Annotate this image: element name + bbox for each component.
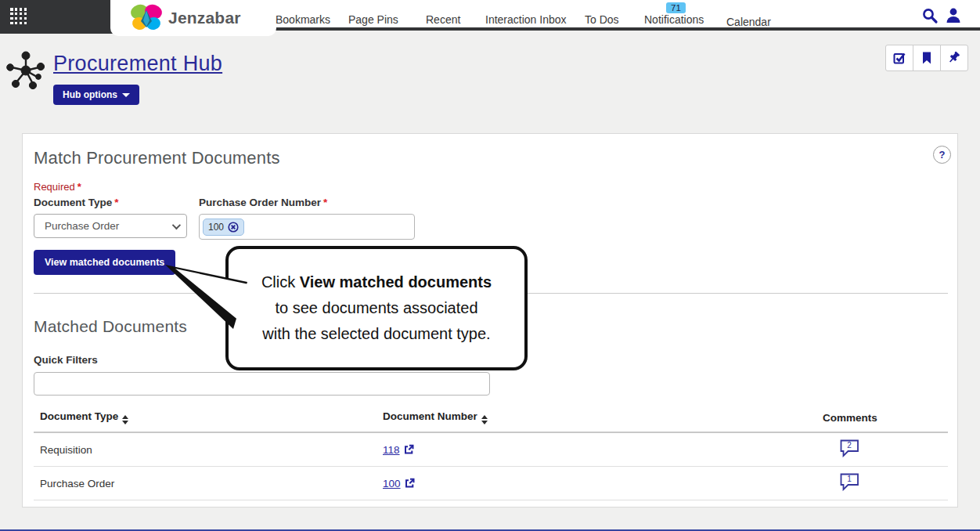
external-link-icon[interactable] — [404, 478, 415, 489]
check-square-icon — [892, 51, 906, 65]
pin-icon — [947, 51, 961, 65]
nav-recent[interactable]: Recent — [426, 13, 460, 26]
comments-button[interactable]: 1 — [840, 473, 860, 491]
document-type-select[interactable]: Purchase Order — [34, 214, 187, 238]
chevron-down-icon — [122, 93, 130, 97]
page-action-buttons — [885, 45, 968, 71]
comment-count: 2 — [840, 441, 859, 450]
required-asterisk: * — [77, 181, 81, 193]
sort-icon[interactable] — [481, 415, 488, 424]
notifications-count-badge: 71 — [666, 2, 686, 13]
table-row: Purchase Order 100 — [34, 467, 948, 500]
table-row: Requisition 118 — [34, 432, 948, 467]
sort-icon[interactable] — [122, 415, 128, 424]
top-navbar: Jenzabar Bookmarks Page Pins Recent Inte… — [0, 0, 980, 37]
instruction-callout: Click View matched documents to see docu… — [225, 246, 528, 370]
po-number-input[interactable]: 100 — [199, 214, 415, 240]
document-number-link[interactable]: 118 — [383, 444, 400, 456]
chevron-down-icon — [172, 220, 181, 229]
view-matched-documents-button[interactable]: View matched documents — [34, 250, 175, 275]
nav-interaction-inbox[interactable]: Interaction Inbox — [485, 13, 567, 26]
logo-text: Jenzabar — [168, 9, 241, 27]
hub-options-label: Hub options — [63, 89, 117, 100]
callout-line-1: Click View matched documents — [229, 269, 524, 295]
document-number-link[interactable]: 100 — [383, 478, 401, 489]
column-comments: Comments — [752, 405, 948, 432]
nav-page-pins[interactable]: Page Pins — [348, 13, 398, 26]
nav-calendar[interactable]: Calendar — [726, 16, 771, 28]
required-note: Required* — [34, 181, 81, 193]
help-button[interactable]: ? — [933, 146, 951, 164]
column-document-number[interactable]: Document Number — [377, 405, 752, 432]
match-procurement-card: Match Procurement Documents ? Required* … — [22, 133, 958, 508]
page-title-link[interactable]: Procurement Hub — [53, 52, 222, 76]
circle-x-icon[interactable] — [228, 222, 239, 233]
app-grid-icon — [10, 8, 27, 25]
document-type-cell: Requisition — [34, 432, 377, 467]
callout-line-2: to see documents associated — [229, 295, 524, 321]
document-type-value: Purchase Order — [45, 220, 119, 232]
table-header-row: Document Type Document Number Comments — [34, 405, 948, 432]
nav-notifications[interactable]: Notifications — [644, 13, 704, 26]
quick-filters-label: Quick Filters — [34, 354, 98, 366]
matched-documents-table: Document Type Document Number Comments R… — [34, 405, 948, 500]
external-link-icon[interactable] — [403, 444, 414, 455]
bookmark-icon — [921, 51, 933, 65]
callout-line-3: with the selected document type. — [229, 321, 524, 347]
document-type-label: Document Type* — [34, 197, 119, 208]
tasks-button[interactable] — [885, 45, 913, 71]
document-type-cell: Purchase Order — [34, 467, 377, 500]
jenzabar-butterfly-logo — [129, 4, 164, 32]
nav-to-dos[interactable]: To Dos — [585, 13, 619, 26]
search-icon[interactable] — [921, 7, 939, 27]
quick-filters-input[interactable] — [34, 372, 490, 396]
pin-button[interactable] — [940, 45, 968, 71]
po-number-tag: 100 — [203, 219, 244, 236]
po-number-label: Purchase Order Number* — [199, 197, 327, 208]
bookmark-button[interactable] — [913, 45, 941, 71]
matched-documents-title: Matched Documents — [34, 317, 187, 336]
user-icon[interactable] — [945, 6, 962, 27]
app-launcher-button[interactable] — [0, 0, 117, 34]
jenzabar-logo[interactable]: Jenzabar — [110, 0, 276, 36]
hub-options-button[interactable]: Hub options — [53, 85, 139, 105]
match-section-title: Match Procurement Documents — [34, 148, 280, 168]
procurement-hub-icon — [5, 49, 45, 97]
nav-bookmarks[interactable]: Bookmarks — [276, 13, 330, 26]
column-document-type[interactable]: Document Type — [34, 405, 377, 432]
comment-count: 1 — [840, 475, 859, 483]
comments-button[interactable]: 2 — [840, 439, 860, 457]
